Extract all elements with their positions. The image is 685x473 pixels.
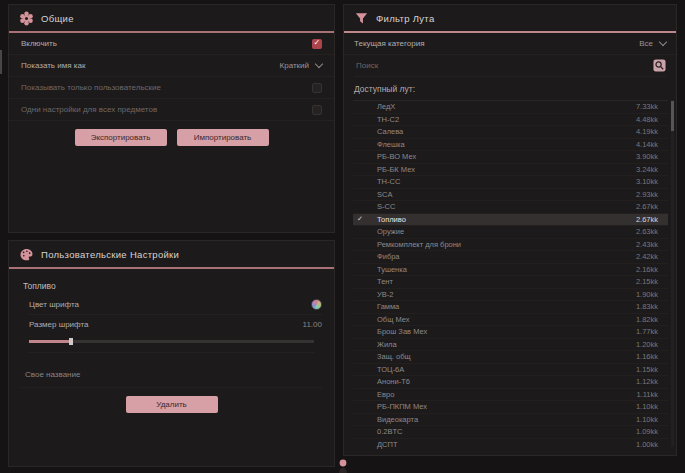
- category-value: Все: [639, 39, 653, 48]
- list-item[interactable]: Общ Мех1.82kk: [353, 314, 668, 327]
- list-item[interactable]: Фибра2.42kk: [353, 251, 668, 264]
- mascot-icon: [337, 457, 349, 473]
- gear-icon: [19, 11, 34, 26]
- slider-fill: [29, 340, 72, 343]
- list-item[interactable]: Оружие2.63kk: [353, 226, 668, 239]
- item-value: 1.12kk: [636, 377, 668, 386]
- list-item[interactable]: Защ. общ1.16kk: [353, 351, 668, 364]
- item-value: 1.00kk: [636, 440, 668, 449]
- item-name: Салева: [367, 127, 636, 136]
- item-name: Тент: [367, 277, 636, 286]
- enable-row: Включить: [9, 33, 334, 55]
- item-value: 3.24kk: [636, 165, 668, 174]
- item-value: 1.82kk: [636, 315, 668, 324]
- list-item[interactable]: ✓Топливо2.67kk: [353, 214, 668, 227]
- list-item[interactable]: ТОЦ-6А1.15kk: [353, 364, 668, 377]
- export-button[interactable]: Экспортировать: [75, 129, 167, 146]
- same-settings-checkbox[interactable]: [312, 105, 322, 115]
- item-name: 0.2BTC: [367, 427, 636, 436]
- item-value: 4.48kk: [636, 115, 668, 124]
- enable-checkbox[interactable]: [312, 39, 322, 49]
- list-item[interactable]: S-CC2.67kk: [353, 201, 668, 214]
- only-custom-checkbox[interactable]: [312, 83, 322, 93]
- item-name: РБ-ПКПМ Мех: [367, 402, 636, 411]
- same-settings-row: Одни настройки для всех предметов: [9, 99, 334, 121]
- item-value: 2.67kk: [636, 215, 668, 224]
- list-item[interactable]: Видеокарта1.10kk: [353, 414, 668, 427]
- name-mode-row: Показать имя как Краткий: [9, 55, 334, 77]
- list-item[interactable]: Салева4.19kk: [353, 126, 668, 139]
- item-value: 1.09kk: [636, 427, 668, 436]
- category-dropdown[interactable]: Все: [639, 39, 666, 48]
- loot-filter-panel: Фильтр Лута Текущая категория Все Доступ…: [343, 4, 677, 456]
- list-item[interactable]: Анони-Т61.12kk: [353, 376, 668, 389]
- list-item[interactable]: ДСПТ1.00kk: [353, 439, 668, 450]
- available-loot-label: Доступный лут:: [344, 77, 676, 99]
- font-size-slider[interactable]: [29, 338, 314, 353]
- list-item[interactable]: Жила1.20kk: [353, 339, 668, 352]
- enable-label: Включить: [21, 39, 57, 48]
- list-item[interactable]: ТН-СС3.10kk: [353, 176, 668, 189]
- item-name: Общ Мех: [367, 315, 636, 324]
- name-mode-label: Показать имя как: [21, 61, 85, 70]
- search-input[interactable]: [354, 60, 653, 71]
- list-item[interactable]: Тушенка2.16kk: [353, 264, 668, 277]
- list-item[interactable]: Флешка4.14kk: [353, 139, 668, 152]
- palette-icon: [19, 247, 34, 262]
- item-value: 2.63kk: [636, 227, 668, 236]
- slider-handle[interactable]: [69, 338, 73, 345]
- list-item[interactable]: РБ-ПКПМ Мех1.10kk: [353, 401, 668, 414]
- custom-name-input[interactable]: [23, 369, 324, 380]
- page-scrollbar[interactable]: [0, 50, 2, 74]
- item-name: РБ-БК Мех: [367, 165, 636, 174]
- item-name: Флешка: [367, 140, 636, 149]
- item-name: РБ-ВО Мех: [367, 152, 636, 161]
- name-mode-dropdown[interactable]: Краткий: [280, 61, 322, 70]
- item-value: 4.19kk: [636, 127, 668, 136]
- user-settings-panel: Пользовательские Настройки Топливо Цвет …: [8, 240, 335, 467]
- list-item[interactable]: Тент2.15kk: [353, 276, 668, 289]
- panel-title: Фильтр Лута: [376, 13, 434, 24]
- chevron-down-icon: [315, 60, 323, 68]
- item-name: Топливо: [367, 215, 636, 224]
- import-button[interactable]: Импортировать: [177, 129, 269, 146]
- custom-name-row: [21, 359, 322, 388]
- scrollbar-handle[interactable]: [671, 101, 674, 131]
- only-custom-row: Показывать только пользовательские: [9, 77, 334, 99]
- item-name: Гамма: [367, 302, 636, 311]
- list-item[interactable]: УВ-21.90kk: [353, 289, 668, 302]
- item-name: SCA: [367, 190, 636, 199]
- only-custom-label: Показывать только пользовательские: [21, 83, 161, 92]
- item-name: ДСПТ: [367, 440, 636, 449]
- list-item[interactable]: ТН-С24.48kk: [353, 114, 668, 127]
- font-size-row: Размер шрифта 11.00: [29, 315, 322, 334]
- item-value: 1.16kk: [636, 352, 668, 361]
- list-item[interactable]: Брош Зав Мех1.77kk: [353, 326, 668, 339]
- item-name: Анони-Т6: [367, 377, 636, 386]
- font-color-row[interactable]: Цвет шрифта: [29, 295, 322, 315]
- loot-list: ЛедХ7.33kkТН-С24.48kkСалева4.19kkФлешка4…: [353, 100, 668, 449]
- list-item[interactable]: Евро1.11kk: [353, 389, 668, 402]
- list-item[interactable]: 0.2BTC1.09kk: [353, 426, 668, 439]
- general-panel: Общие Включить Показать имя как Краткий …: [8, 4, 335, 233]
- item-name: ЛедХ: [367, 102, 636, 111]
- color-wheel-icon[interactable]: [311, 299, 322, 310]
- item-value: 4.14kk: [636, 140, 668, 149]
- list-item[interactable]: РБ-БК Мех3.24kk: [353, 164, 668, 177]
- loot-scrollbar[interactable]: [671, 100, 674, 447]
- user-settings-header: Пользовательские Настройки: [9, 241, 334, 267]
- name-mode-value: Краткий: [280, 61, 309, 70]
- list-item[interactable]: SCA2.93kk: [353, 189, 668, 202]
- delete-bar: Удалить: [9, 388, 334, 413]
- item-name: УВ-2: [367, 290, 636, 299]
- item-name: ТН-СС: [367, 177, 636, 186]
- list-item[interactable]: Гамма1.83kk: [353, 301, 668, 314]
- delete-button[interactable]: Удалить: [126, 396, 218, 413]
- list-item[interactable]: ЛедХ7.33kk: [353, 101, 668, 114]
- list-item[interactable]: Ремкомплект для брони2.43kk: [353, 239, 668, 252]
- font-color-label: Цвет шрифта: [29, 300, 79, 309]
- item-name: S-CC: [367, 202, 636, 211]
- search-icon[interactable]: [653, 59, 666, 72]
- list-item[interactable]: РБ-ВО Мех3.90kk: [353, 151, 668, 164]
- item-value: 2.15kk: [636, 277, 668, 286]
